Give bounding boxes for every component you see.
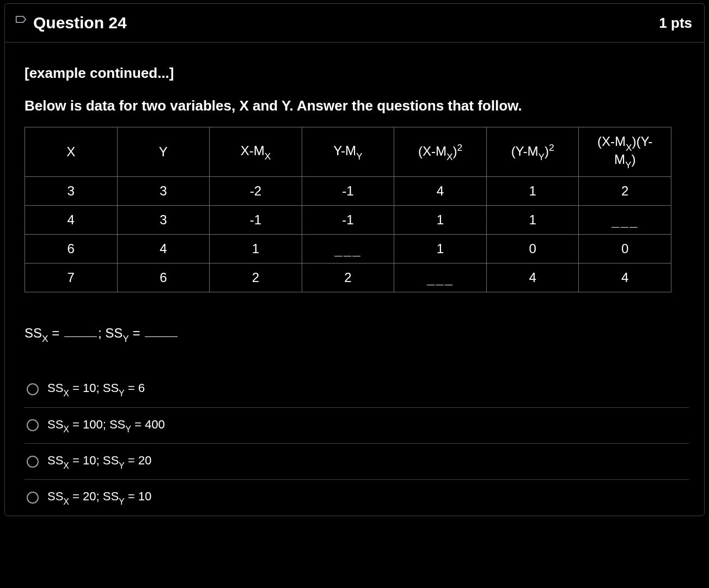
- question-title: Question 24: [33, 14, 127, 32]
- answer-label: SSX = 100; SSY = 400: [47, 418, 165, 433]
- question-card: Question 24 1 pts [example continued...]…: [4, 3, 705, 516]
- question-header: Question 24 1 pts: [5, 4, 704, 42]
- table-row: 4 3 -1 -1 1 1 ___: [25, 205, 671, 234]
- table-row: 7 6 2 2 ___ 4 4: [25, 263, 671, 292]
- answer-label: SSX = 10; SSY = 20: [47, 454, 151, 469]
- header-left: Question 24: [15, 14, 127, 32]
- radio-icon[interactable]: [27, 492, 39, 504]
- answer-label: SSX = 20; SSY = 10: [47, 489, 151, 505]
- table-row: 3 3 -2 -1 4 1 2: [25, 176, 671, 205]
- radio-icon[interactable]: [27, 456, 39, 468]
- prompt-line-1: [example continued...]: [25, 62, 689, 85]
- table-header-row: X Y X-MX Y-MY (X-MX)2 (Y-MY)2 (X-MX)(Y- …: [25, 127, 671, 177]
- col-xmx2: (X-MX)2: [394, 127, 487, 177]
- prompt-line-2: Below is data for two variables, X and Y…: [25, 95, 689, 118]
- col-y: Y: [117, 127, 210, 177]
- answer-label: SSX = 10; SSY = 6: [47, 381, 145, 397]
- col-x: X: [25, 127, 118, 177]
- col-ymy2: (Y-MY)2: [486, 127, 579, 177]
- answer-option[interactable]: SSX = 10; SSY = 20: [25, 444, 689, 480]
- answer-option[interactable]: SSX = 10; SSY = 6: [25, 371, 689, 407]
- question-prompt: [example continued...] Below is data for…: [25, 62, 689, 117]
- col-ymy: Y-MY: [302, 127, 394, 177]
- blank-ssx: [64, 325, 97, 338]
- flag-icon[interactable]: [15, 15, 27, 30]
- table-row: 6 4 1 ___ 1 0 0: [25, 234, 671, 263]
- col-xmx: X-MX: [210, 127, 302, 177]
- answer-option[interactable]: SSX = 20; SSY = 10: [25, 480, 689, 515]
- answer-options: SSX = 10; SSY = 6 SSX = 100; SSY = 400 S…: [25, 371, 689, 516]
- answer-option[interactable]: SSX = 100; SSY = 400: [25, 408, 689, 444]
- question-body: [example continued...] Below is data for…: [5, 42, 704, 516]
- radio-icon[interactable]: [27, 419, 39, 431]
- data-table: X Y X-MX Y-MY (X-MX)2 (Y-MY)2 (X-MX)(Y- …: [25, 127, 671, 292]
- blank-ssy: [145, 325, 178, 338]
- radio-icon[interactable]: [27, 383, 39, 395]
- col-prod: (X-MX)(Y- MY): [579, 127, 671, 177]
- fill-in-prompt: SSX = ; SSY =: [25, 325, 689, 343]
- question-points: 1 pts: [659, 15, 692, 32]
